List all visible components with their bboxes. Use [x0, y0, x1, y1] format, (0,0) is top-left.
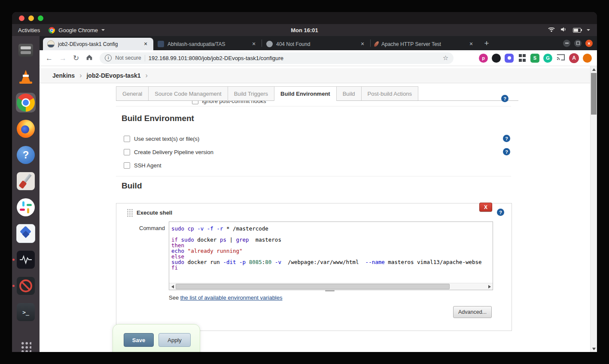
apply-button[interactable]: Apply [158, 333, 191, 347]
hint-prefix: See [169, 294, 180, 301]
activities-button[interactable]: Activities [18, 27, 40, 33]
dock-item-virtualbox[interactable] [16, 224, 36, 243]
help-icon[interactable]: ? [503, 148, 510, 155]
browser-tab-404[interactable]: 404 Not Found × [262, 38, 370, 50]
breadcrumb-job[interactable]: job2-DEvops-task1 [86, 72, 140, 79]
dock-item-firefox[interactable] [16, 119, 36, 139]
command-code[interactable]: sudo cp -v -f -r * /mastercodeif sudo do… [169, 222, 493, 283]
section-heading-build-environment: Build Environment [122, 114, 194, 123]
section-divider [116, 176, 511, 176]
apache-favicon [373, 40, 380, 47]
running-indicator [12, 285, 15, 287]
option-row: SSH Agent [124, 162, 161, 169]
app-menu-label: Google Chrome [58, 27, 98, 33]
dock: ? >_ [12, 36, 40, 352]
omnibox-divider [145, 55, 145, 61]
extension-icon-dark[interactable] [492, 54, 501, 63]
camera-dot [508, 56, 511, 60]
scroll-down-button[interactable] [591, 346, 597, 352]
scroll-left-button[interactable] [169, 283, 176, 290]
browser-menu-update-icon[interactable] [583, 54, 592, 63]
zoom-window-button[interactable] [38, 15, 43, 21]
help-icon[interactable]: ? [501, 95, 509, 102]
dock-item-vlc[interactable] [16, 67, 36, 86]
help-app-icon: ? [17, 146, 35, 164]
tab-build-environment[interactable]: Build Environment [274, 86, 337, 101]
delete-step-button[interactable]: X [479, 203, 492, 212]
caret-down-icon [587, 29, 590, 31]
breadcrumb-jenkins[interactable]: Jenkins [52, 72, 75, 79]
tab-close-icon[interactable]: × [142, 41, 149, 48]
drag-handle-icon[interactable] [127, 209, 133, 217]
minimize-icon[interactable] [563, 39, 570, 47]
window-titlebar [12, 12, 597, 24]
new-tab-button[interactable]: + [481, 37, 493, 49]
advanced-button[interactable]: Advanced... [453, 306, 492, 318]
clock[interactable]: Mon 16:01 [291, 27, 318, 33]
dock-item-app-grid[interactable] [16, 337, 36, 352]
tab-source-code-management[interactable]: Source Code Management [148, 86, 228, 100]
checkbox-delivery-pipeline[interactable] [124, 149, 130, 155]
option-label: SSH Agent [134, 162, 161, 169]
dock-item-blocked[interactable] [16, 276, 36, 296]
system-status-area[interactable] [548, 27, 597, 33]
dock-item-chrome[interactable] [16, 93, 36, 112]
back-button[interactable]: ← [46, 55, 53, 62]
textarea-resize-handle[interactable] [325, 290, 335, 291]
tab-build[interactable]: Build [336, 86, 362, 100]
security-label: Not secure [115, 55, 141, 61]
scrollbar-thumb[interactable] [591, 73, 597, 115]
tab-post-build-actions[interactable]: Post-build Actions [361, 86, 418, 100]
close-window-button[interactable] [19, 15, 24, 21]
tab-close-icon[interactable]: × [250, 41, 257, 48]
app-menu[interactable]: Google Chrome [49, 27, 105, 33]
env-vars-link[interactable]: the list of available environment variab… [180, 294, 283, 301]
address-bar[interactable]: i Not secure 192.168.99.101:8080/job/job… [100, 52, 454, 64]
browser-window: job2-DEvops-task1 Config × Abhilash-sand… [40, 36, 597, 352]
tab-close-icon[interactable]: × [468, 41, 475, 48]
maximize-icon[interactable] [574, 39, 582, 47]
dock-item-files[interactable] [16, 40, 36, 60]
profile-avatar[interactable]: A [569, 53, 579, 63]
command-editor[interactable]: sudo cp -v -f -r * /mastercodeif sudo do… [169, 221, 493, 290]
dock-item-help[interactable]: ? [16, 145, 36, 165]
save-button[interactable]: Save [124, 333, 154, 347]
hscroll-thumb[interactable] [176, 284, 450, 289]
browser-tab-jenkins[interactable]: job2-DEvops-task1 Config × [43, 38, 153, 50]
tab-build-triggers[interactable]: Build Triggers [228, 86, 274, 100]
extension-grid-icon[interactable] [518, 54, 527, 63]
help-icon[interactable]: ? [503, 135, 510, 142]
scroll-up-button[interactable] [591, 66, 597, 73]
home-button[interactable] [85, 54, 93, 62]
dock-item-slack[interactable] [16, 197, 36, 217]
loom-extension-icon[interactable] [505, 54, 514, 63]
site-info-icon[interactable]: i [105, 55, 112, 61]
minimize-window-button[interactable] [28, 15, 34, 21]
help-icon[interactable]: ? [497, 209, 504, 216]
grammarly-extension-icon[interactable]: G [543, 54, 552, 63]
tab-close-icon[interactable]: × [359, 41, 366, 48]
tab-title: Apache HTTP Server Test [381, 41, 464, 47]
scroll-right-button[interactable] [486, 283, 493, 290]
dock-item-terminal[interactable]: >_ [16, 302, 36, 322]
app-grid-icon [21, 341, 31, 352]
dock-item-tools[interactable] [16, 171, 36, 191]
volume-icon [560, 27, 567, 33]
build-step-execute-shell: Execute shell X ? Command sudo cp -v -f … [116, 203, 512, 331]
reload-button[interactable]: ↻ [73, 55, 79, 62]
checkbox-use-secret-text[interactable] [124, 136, 130, 142]
hscroll-track [176, 283, 486, 290]
extension-icon-s[interactable]: S [530, 54, 539, 63]
bookmark-star-icon[interactable]: ☆ [443, 54, 448, 62]
checkbox-ssh-agent[interactable] [124, 162, 130, 169]
forward-button[interactable]: → [59, 55, 67, 62]
dock-item-monitor[interactable] [16, 250, 36, 270]
close-icon[interactable]: × [585, 39, 593, 47]
step-title: Execute shell [137, 209, 172, 216]
extension-icon-p[interactable]: p [479, 54, 488, 63]
browser-tab-apache[interactable]: Apache HTTP Server Test × [371, 38, 479, 50]
cast-icon[interactable] [556, 54, 565, 63]
browser-tab-github[interactable]: Abhilash-sandupatla/TAS × [153, 38, 262, 50]
section-heading-build: Build [122, 181, 142, 191]
tab-general[interactable]: General [116, 86, 149, 100]
